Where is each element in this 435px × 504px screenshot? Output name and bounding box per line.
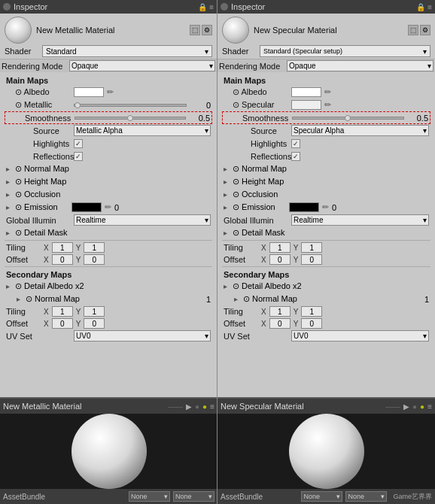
smoothness-slider-thumb-specular[interactable]	[345, 115, 351, 121]
specular-row: ⊙ Specular ✏	[222, 99, 430, 111]
occlusion-row-metallic: ▸ ⊙ Occlusion	[5, 188, 212, 201]
sec-offset-x-specular[interactable]	[269, 318, 291, 329]
highlights-checkbox-specular[interactable]	[291, 139, 300, 148]
preview-panel-metallic: New Metallic Material —— ▶ ● ● ≡ AssetBu…	[0, 397, 218, 504]
metallic-panel: Inspector 🔒 ≡ New Metallic Material ⬚ ⚙	[0, 0, 218, 504]
preview-dot-specular[interactable]: ●	[420, 402, 424, 411]
sec-offset-x-metallic[interactable]	[52, 318, 73, 329]
specular-eyedropper[interactable]: ✏	[324, 100, 331, 110]
emission-row-specular: ▸ ⊙ Emission ✏ 0	[222, 201, 430, 214]
mat-icon1-specular[interactable]: ⬚	[408, 25, 418, 35]
mat-name-specular: New Specular Material	[254, 26, 408, 35]
lock-icon-metallic[interactable]: 🔒	[198, 3, 207, 11]
sec-normal-label-specular: ⊙ Normal Map	[243, 294, 424, 304]
shader-dropdown-metallic[interactable]: Standard▾	[42, 45, 212, 57]
reflections-label-metallic: Reflections	[6, 152, 74, 161]
global-illum-dropdown-metallic[interactable]: Realtime▾	[74, 214, 211, 226]
sec-offset-y-specular[interactable]	[301, 318, 322, 329]
detail-albedo-label-metallic: ⊙ Detail Albedo x2	[15, 281, 84, 291]
sec-tiling-x-specular[interactable]	[269, 306, 291, 317]
detail-albedo-row-specular: ▸ ⊙ Detail Albedo x2	[222, 280, 430, 293]
sec-normal-value-metallic: 1	[206, 295, 211, 304]
sec-tiling-x-metallic[interactable]	[52, 306, 73, 317]
menu-icon-specular[interactable]: ≡	[427, 3, 432, 11]
uv-set-dropdown-metallic[interactable]: UV0▾	[74, 330, 211, 342]
smoothness-slider-thumb-metallic[interactable]	[127, 115, 133, 121]
highlights-label-specular: Highlights	[224, 139, 291, 148]
emission-eyedropper-metallic[interactable]: ✏	[105, 202, 111, 212]
mat-icon1-metallic[interactable]: ⬚	[190, 25, 200, 35]
uv-set-label-specular: UV Set	[224, 332, 291, 341]
emission-color-metallic[interactable]	[71, 202, 102, 212]
shader-dropdown-specular[interactable]: Standard (Specular setup)▾	[260, 45, 430, 57]
height-map-row-specular: ▸ ⊙ Height Map	[222, 175, 430, 188]
asset-bundle-dropdown2-metallic[interactable]: None▾	[173, 491, 214, 502]
metallic-slider-thumb[interactable]	[75, 102, 81, 108]
albedo-eyedropper-metallic[interactable]: ✏	[107, 87, 114, 97]
smoothness-slider-track-metallic[interactable]	[75, 117, 186, 120]
emission-eyedropper-specular[interactable]: ✏	[322, 202, 329, 212]
tiling-x-specular[interactable]	[269, 242, 291, 253]
asset-bundle-dropdown1-metallic[interactable]: None▾	[129, 491, 170, 502]
menu-icon-metallic[interactable]: ≡	[209, 3, 214, 11]
preview-dot-metallic[interactable]: ●	[202, 402, 207, 411]
mat-sphere-specular	[222, 17, 249, 44]
uv-set-dropdown-specular[interactable]: UV0▾	[291, 330, 429, 342]
source-dropdown-specular[interactable]: Specular Alpha▾	[291, 125, 429, 136]
sec-tiling-y-specular[interactable]	[301, 306, 322, 317]
source-label-metallic: Source	[6, 126, 74, 135]
preview-menu-specular[interactable]: ≡	[427, 402, 432, 411]
sec-normal-label-metallic: ⊙ Normal Map	[26, 294, 206, 304]
source-row-metallic: Source Metallic Alpha▾	[5, 124, 212, 137]
preview-circle-btn-specular[interactable]: ●	[412, 402, 417, 411]
main-maps-header-metallic: Main Maps	[5, 74, 212, 86]
sec-offset-label-specular: Offset	[224, 319, 261, 328]
global-illum-label-metallic: Global Illumin	[6, 216, 74, 225]
offset-y-metallic[interactable]	[84, 254, 105, 265]
offset-label-specular: Offset	[224, 255, 261, 264]
smoothness-slider-track-specular[interactable]	[292, 117, 404, 120]
albedo-color-metallic[interactable]	[74, 87, 104, 97]
mat-icon2-metallic[interactable]: ⚙	[202, 25, 212, 35]
offset-y-specular[interactable]	[301, 254, 322, 265]
preview-menu-metallic[interactable]: ≡	[210, 402, 214, 411]
occlusion-label-metallic: ⊙ Occlusion	[15, 190, 60, 199]
height-map-label-metallic: ⊙ Height Map	[15, 177, 66, 187]
smoothness-value-metallic: 0.5	[189, 114, 210, 123]
rendering-mode-label-metallic: Rendering Mode	[2, 62, 69, 71]
source-dropdown-metallic[interactable]: Metallic Alpha▾	[74, 125, 211, 136]
preview-circle-btn-metallic[interactable]: ●	[195, 402, 199, 411]
title-icons-metallic: 🔒 ≡	[198, 3, 214, 11]
mat-name-metallic: New Metallic Material	[36, 26, 190, 35]
asset-bundle-dropdown2-specular[interactable]: None▾	[345, 491, 387, 502]
offset-x-metallic[interactable]	[52, 254, 73, 265]
global-illum-dropdown-specular[interactable]: Realtime▾	[291, 214, 429, 226]
smoothness-slider-container-metallic: 0.5	[75, 114, 210, 123]
mat-icon2-specular[interactable]: ⚙	[420, 25, 430, 35]
rendering-mode-dropdown-specular[interactable]: Opaque▾	[287, 60, 433, 71]
rendering-mode-label-specular: Rendering Mode	[219, 62, 287, 71]
specular-color[interactable]	[291, 100, 321, 110]
tiling-y-metallic[interactable]	[84, 242, 105, 253]
asset-bundle-dropdown1-specular[interactable]: None▾	[301, 491, 342, 502]
metallic-slider-track[interactable]	[74, 104, 187, 107]
title-text-specular: Inspector	[231, 2, 416, 11]
emission-color-specular[interactable]	[289, 202, 319, 212]
smoothness-label-metallic: Smoothness	[7, 114, 75, 123]
tiling-x-metallic[interactable]	[52, 242, 73, 253]
tiling-y-specular[interactable]	[301, 242, 322, 253]
highlights-checkbox-metallic[interactable]	[74, 139, 83, 148]
lock-icon-specular[interactable]: 🔒	[416, 3, 425, 11]
offset-x-specular[interactable]	[269, 254, 291, 265]
reflections-checkbox-specular[interactable]	[291, 152, 300, 161]
sec-offset-y-metallic[interactable]	[84, 318, 105, 329]
sec-tiling-y-metallic[interactable]	[84, 306, 105, 317]
preview-bottom-metallic: AssetBundle None▾ None▾	[0, 489, 218, 504]
albedo-eyedropper-specular[interactable]: ✏	[324, 87, 331, 97]
reflections-checkbox-metallic[interactable]	[74, 152, 83, 161]
preview-play-btn-metallic[interactable]: ▶	[186, 402, 192, 411]
albedo-color-specular[interactable]	[291, 87, 321, 97]
preview-play-btn-specular[interactable]: ▶	[403, 402, 409, 411]
specular-label: ⊙ Specular	[224, 100, 291, 110]
rendering-mode-dropdown-metallic[interactable]: Opaque▾	[69, 60, 215, 71]
